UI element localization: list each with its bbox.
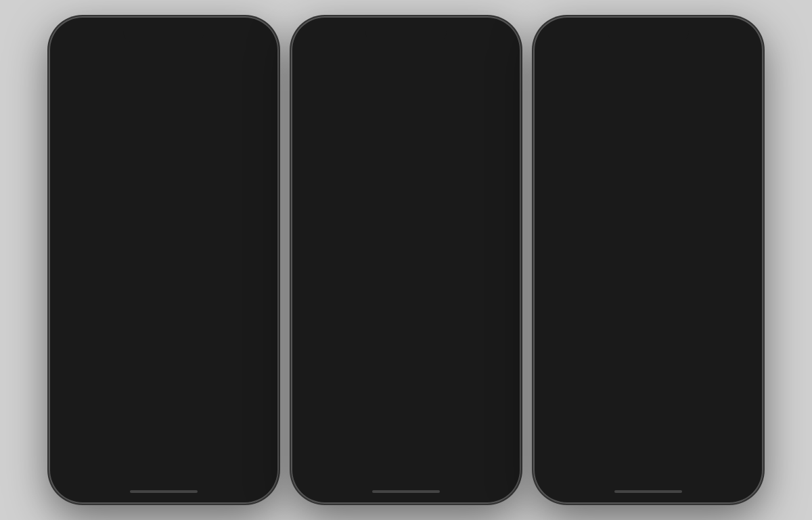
person-nav-2[interactable]	[486, 471, 499, 488]
replies-goodreads: 181 replies	[603, 220, 636, 228]
tab-replies[interactable]: Replies	[128, 196, 200, 217]
feed-post-biolayne: biolayne ✓ 23h ··· Stretching does NOT p…	[540, 237, 757, 446]
comment-goodreads[interactable]	[595, 202, 604, 214]
status-time-2: 9:41	[310, 51, 322, 58]
search-nav-1[interactable]	[114, 471, 127, 488]
heart-amandanat[interactable]: ♡	[334, 142, 343, 153]
tab-threads[interactable]: Threads	[55, 196, 128, 217]
profile-avatar: ✓	[229, 84, 263, 118]
repost-thebodycoach[interactable]	[614, 108, 623, 120]
share-goodreads[interactable]	[633, 202, 642, 214]
status-icons-3: ●●● 📶 🔋	[715, 51, 744, 58]
status-time-3: 9:41	[552, 51, 564, 58]
svg-point-26	[733, 473, 738, 477]
svg-line-9	[123, 480, 126, 483]
content-goodreads: PSA: you don't need to finish books you'…	[548, 176, 748, 198]
post-author-name-1[interactable]: buffer ✓	[91, 230, 125, 240]
status-time: 9:41	[68, 51, 80, 58]
heart-goodreads[interactable]: ♡	[577, 203, 585, 214]
heart-nav-3[interactable]	[685, 471, 698, 488]
profile-link[interactable]: buffer.start.page	[141, 158, 189, 166]
heart-nav-1[interactable]	[200, 471, 214, 488]
repost-amandanat[interactable]	[371, 142, 381, 154]
tab-reposts[interactable]: Reposts	[200, 196, 272, 217]
author-biolayne[interactable]: biolayne	[577, 244, 610, 253]
like-count-1: 5 likes	[122, 305, 141, 313]
comment-amandanat[interactable]	[353, 142, 362, 154]
time-amandanat: 1d	[393, 67, 401, 75]
replies-amandanat: 3 replies	[361, 159, 386, 167]
more-goodreads[interactable]: ···	[740, 150, 748, 162]
heart-dot	[206, 487, 208, 490]
home-nav-1[interactable]	[70, 471, 84, 488]
phone-screen-1: 9:41 ●●● 📶 🔋 ‹ < Back	[55, 23, 272, 497]
author-amandanat[interactable]: amandanat	[334, 66, 377, 76]
heart-dot-2	[448, 487, 451, 490]
more-amandanat[interactable]: ···	[497, 66, 506, 79]
heart-thebodycoach[interactable]: ♡	[577, 108, 585, 119]
svg-point-4	[255, 70, 257, 72]
time-biolayne: 23h	[626, 244, 638, 253]
more-biolayne[interactable]: ···	[740, 244, 748, 256]
more-kiriappeee[interactable]: ···	[497, 183, 506, 196]
back-label[interactable]: < Back	[70, 66, 97, 76]
post-link-2[interactable]: ✨ buffer.com/resou...	[65, 435, 263, 446]
phone-screen-3: 9:41 ●●● 📶 🔋	[540, 23, 757, 497]
search-nav-3[interactable]	[598, 471, 612, 488]
video-thumbnail-biolayne	[577, 364, 748, 439]
likes-thebodycoach: 539 likes	[649, 125, 675, 133]
home-nav-2[interactable]	[313, 471, 326, 488]
share-amandanat[interactable]	[390, 142, 400, 154]
svg-point-18	[558, 73, 562, 78]
heart-nav-2[interactable]	[443, 471, 456, 488]
follower-avatars	[65, 156, 86, 168]
status-bar-2: 9:41 ●●● 📶 🔋	[298, 50, 514, 60]
person-nav-1[interactable]	[244, 471, 257, 488]
status-bar-1: 9:41 ●●● 📶 🔋	[55, 50, 272, 60]
person-nav-3[interactable]	[728, 471, 742, 488]
author-thebodycoach[interactable]: thebodycoach	[577, 66, 631, 76]
status-bar-3: 9:41 ●●● 📶 🔋	[540, 50, 757, 60]
heart-icon-1[interactable]: ♡	[91, 291, 99, 302]
repost-goodreads[interactable]	[614, 202, 623, 214]
more-icon[interactable]	[249, 64, 263, 77]
post-more-1[interactable]: ···	[254, 229, 263, 241]
profile-name: Buffer	[65, 84, 125, 98]
share-icon-1[interactable]	[147, 290, 156, 302]
content-thebodycoach: Wave if you're still here 👋	[548, 93, 748, 104]
back-button[interactable]: ‹ < Back	[65, 66, 97, 76]
more-thebodycoach[interactable]: ···	[740, 66, 748, 79]
comment-thebodycoach[interactable]	[595, 108, 604, 120]
post-avatar-1	[65, 224, 87, 246]
post-more-2[interactable]: ···	[254, 332, 263, 344]
author-goodreads[interactable]: goodreads	[577, 150, 618, 159]
feed-post-kiriappeee: kiriappeee 13h ··· One of my biggest joy…	[298, 177, 514, 464]
post-avatar-2	[65, 327, 87, 349]
bell-icon[interactable]	[227, 64, 241, 77]
author-kiriappeee[interactable]: kiriappeee	[334, 183, 374, 193]
svg-point-14	[315, 190, 320, 195]
compose-nav-2[interactable]	[399, 471, 413, 488]
compose-nav-1[interactable]	[157, 471, 171, 488]
search-nav-2[interactable]	[356, 471, 369, 488]
tabs-bar-1: Threads Replies Reposts	[55, 196, 272, 217]
compose-nav-3[interactable]	[641, 471, 655, 488]
instagram-icon[interactable]	[206, 64, 219, 77]
post-author-name-2[interactable]: buffer ✓	[91, 333, 125, 343]
repost-icon-1[interactable]	[128, 290, 137, 302]
share-thebodycoach[interactable]	[633, 108, 642, 120]
feed-area-3: thebodycoach ✓ 2d ··· Wave if you're sti…	[540, 60, 757, 464]
podcast-title: LITERAL CAT	[383, 387, 458, 399]
feed-post-goodreads: g goodreads ✓ 23h ···	[540, 143, 757, 237]
nav-icons-1	[206, 64, 263, 77]
home-nav-3[interactable]	[555, 471, 568, 488]
comment-icon-1[interactable]	[109, 290, 118, 302]
following-button[interactable]: Following	[65, 173, 161, 191]
post-body-1: No, but it's Thursday and Buffer has a 4…	[65, 264, 263, 286]
feed-post-thebodycoach: thebodycoach ✓ 2d ··· Wave if you're sti…	[540, 60, 757, 143]
link-preview-kiriappeee[interactable]: LITERAL CAT In Your Favorite RPG 🐱 ⚔️ li…	[334, 360, 506, 459]
mention-button[interactable]: Mention	[166, 173, 263, 191]
verified-2: ✓	[117, 335, 125, 343]
svg-point-23	[558, 251, 562, 255]
nav-bar-1: ‹ < Back	[55, 60, 272, 80]
